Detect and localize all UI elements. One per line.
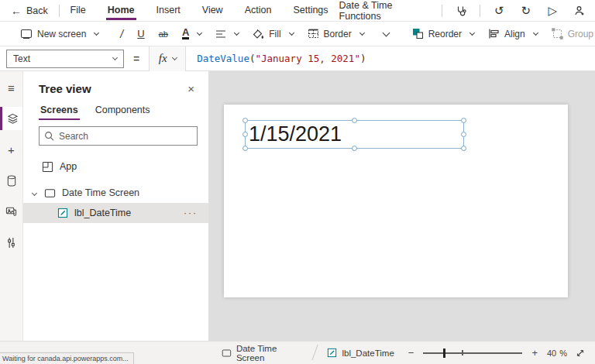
app-checker-icon[interactable] <box>453 2 469 20</box>
formula-close-paren: ) <box>360 53 366 64</box>
resize-handle-w[interactable] <box>242 132 248 137</box>
browser-status-text: Waiting for canada.api.powerapps.com... <box>0 352 134 364</box>
zoom-slider-thumb[interactable] <box>443 349 446 358</box>
breadcrumb-tabs: Date Time Screen lbl_DateTime <box>209 342 407 364</box>
title-zone: Date & Time Functions ↺ ↻ ▷ <box>339 0 595 22</box>
font-color-button[interactable]: A <box>176 24 208 44</box>
format-toolbar: New screen / U ab A Fill Border <box>0 22 595 46</box>
fill-button[interactable]: Fill <box>246 24 299 44</box>
label-text: 1/15/2021 <box>246 121 463 147</box>
tab-components[interactable]: Components <box>94 101 152 120</box>
property-selected: Text <box>13 53 30 64</box>
selected-label-control[interactable]: 1/15/2021 <box>245 120 464 149</box>
menu-item-settings[interactable]: Settings <box>282 0 339 22</box>
back-button[interactable]: ← Back <box>0 5 59 17</box>
menu-item-action[interactable]: Action <box>234 0 283 22</box>
resize-handle-nw[interactable] <box>242 118 248 123</box>
screen-artboard[interactable]: 1/15/2021 <box>224 105 568 297</box>
tree-item-label-control[interactable]: lbl_DateTime ··· <box>23 203 208 223</box>
resize-handle-e[interactable] <box>461 132 466 137</box>
title-divider-right <box>480 5 480 17</box>
menu-item-view[interactable]: View <box>191 0 234 22</box>
fx-icon: fx <box>159 52 167 65</box>
undo-icon[interactable]: ↺ <box>491 2 507 20</box>
menu-item-home[interactable]: Home <box>97 0 146 22</box>
fit-to-window-icon[interactable] <box>575 348 586 359</box>
canvas-area[interactable]: 1/15/2021 <box>209 71 595 341</box>
resize-handle-n[interactable] <box>352 118 357 123</box>
border-button[interactable]: Border <box>301 24 370 44</box>
text-align-icon <box>215 29 226 39</box>
reorder-icon <box>412 28 424 39</box>
more-formatting-button[interactable] <box>372 24 397 44</box>
new-screen-label: New screen <box>37 29 86 39</box>
align-button[interactable]: Align <box>482 24 544 44</box>
percent-sign: % <box>559 349 567 358</box>
font-color-icon: A <box>182 28 189 39</box>
zoom-in-button[interactable]: + <box>530 347 539 359</box>
resize-handle-ne[interactable] <box>461 118 466 123</box>
chevron-down-icon <box>382 29 390 37</box>
fx-dropdown-button[interactable]: fx <box>149 46 186 71</box>
label-control-icon <box>57 208 68 218</box>
tree-view-tabs: Screens Components <box>23 101 208 120</box>
formula-bar: Text = fx DateValue("January 15, 2021") <box>0 46 595 71</box>
strikethrough-icon: ab <box>159 29 168 39</box>
search-box <box>39 126 198 146</box>
tree-view-panel: Tree view × Screens Components App <box>23 71 209 341</box>
align-label: Align <box>504 29 525 39</box>
new-screen-button[interactable]: New screen <box>14 24 105 44</box>
menu-items: File Home Insert View Action Settings <box>60 0 339 22</box>
italic-button[interactable]: / <box>114 24 129 44</box>
rail-data-button[interactable] <box>0 169 22 192</box>
tree-item-app[interactable]: App <box>23 156 208 177</box>
screen-icon <box>44 188 56 198</box>
strikethrough-button[interactable]: ab <box>153 24 174 44</box>
reorder-button[interactable]: Reorder <box>406 24 480 44</box>
rail-media-button[interactable] <box>0 200 22 223</box>
tree-view-header: Tree view × <box>23 71 208 101</box>
zoom-slider[interactable] <box>423 352 522 354</box>
label-control-icon <box>327 348 337 358</box>
underline-button[interactable]: U <box>131 24 150 44</box>
rail-advanced-tools-button[interactable] <box>0 231 22 254</box>
rail-hamburger-button[interactable]: ≡ <box>0 76 22 99</box>
bottom-tab-screen[interactable]: Date Time Screen <box>209 342 315 364</box>
rail-tree-view-button[interactable] <box>0 107 22 130</box>
text-align-button[interactable] <box>209 24 245 44</box>
menu-item-insert[interactable]: Insert <box>146 0 191 22</box>
resize-handle-se[interactable] <box>461 146 466 151</box>
chevron-down-icon[interactable] <box>32 190 37 195</box>
more-options-icon[interactable]: ··· <box>184 208 198 218</box>
tree-item-app-label: App <box>60 161 77 172</box>
close-icon[interactable]: × <box>184 82 198 95</box>
bottom-tab-control-label: lbl_DateTime <box>342 349 394 358</box>
property-dropdown[interactable]: Text <box>6 50 124 68</box>
resize-handle-s[interactable] <box>352 146 357 151</box>
tree-item-screen[interactable]: Date Time Screen <box>23 183 208 203</box>
hamburger-icon: ≡ <box>8 81 15 94</box>
zoom-out-button[interactable]: − <box>407 347 416 359</box>
fill-label: Fill <box>269 29 280 39</box>
tree-view-title: Tree view <box>39 82 91 95</box>
formula-input[interactable]: DateValue("January 15, 2021") <box>197 53 366 64</box>
title-divider-left <box>442 5 442 17</box>
group-button[interactable]: Group <box>545 24 595 44</box>
bottom-tab-control[interactable]: lbl_DateTime <box>315 342 406 364</box>
search-input[interactable] <box>59 131 192 142</box>
app-icon <box>42 161 53 173</box>
app-title: Date & Time Functions <box>339 0 432 22</box>
resize-handle-sw[interactable] <box>242 146 248 151</box>
share-person-icon[interactable] <box>572 2 587 20</box>
plus-icon: + <box>8 143 15 156</box>
play-preview-icon[interactable]: ▷ <box>545 2 560 20</box>
underline-icon: U <box>137 28 144 39</box>
rail-insert-button[interactable]: + <box>0 138 22 161</box>
zoom-value: 40 <box>547 349 556 358</box>
chevron-down-icon <box>533 30 538 36</box>
menu-item-file[interactable]: File <box>60 0 97 22</box>
chevron-down-icon <box>94 30 99 36</box>
zoom-controls: − + 40 % <box>407 347 595 359</box>
tab-screens[interactable]: Screens <box>39 101 80 120</box>
redo-icon[interactable]: ↻ <box>518 2 534 20</box>
